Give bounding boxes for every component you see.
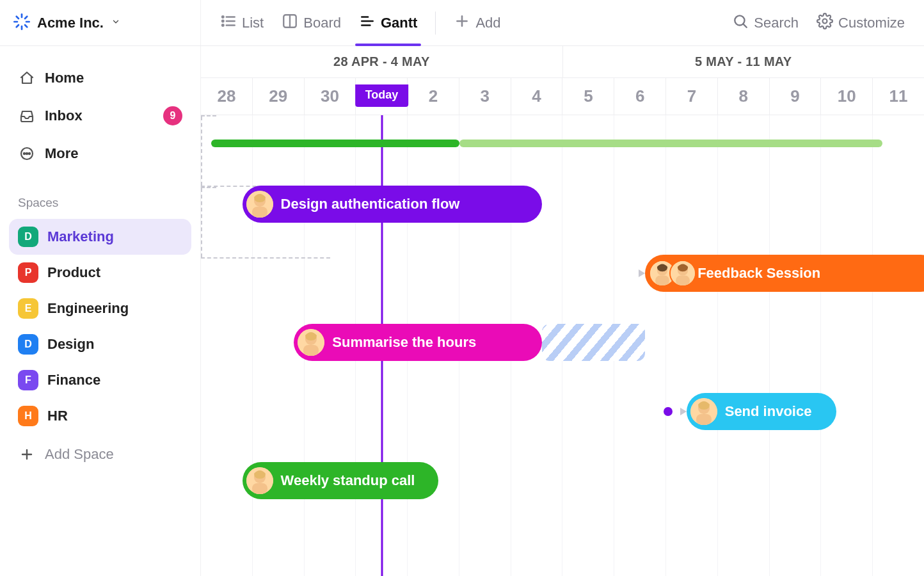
- svg-rect-35: [655, 276, 669, 285]
- home-icon: [18, 69, 36, 87]
- day-cell: 9: [770, 78, 822, 115]
- dependency-line: [201, 187, 216, 188]
- day-cell: 30: [305, 78, 356, 115]
- task-label: Design authentication flow: [281, 196, 460, 212]
- sidebar-space-hr[interactable]: HHR: [9, 398, 191, 434]
- chevron-down-icon: [111, 17, 120, 28]
- avatar: [246, 467, 273, 494]
- svg-point-10: [222, 24, 224, 26]
- arrow-icon: [680, 408, 687, 415]
- add-view-label: Add: [475, 15, 500, 31]
- sidebar-item-inbox[interactable]: Inbox 9: [9, 99, 191, 133]
- customize-button[interactable]: Customize: [816, 13, 905, 33]
- today-pill: Today: [355, 84, 409, 107]
- task-bar-invoice[interactable]: Send invoice: [687, 393, 836, 430]
- sidebar-item-more[interactable]: More: [9, 137, 191, 170]
- tab-gantt[interactable]: Gantt: [359, 0, 417, 45]
- day-cell: 4: [511, 78, 563, 115]
- dependency-line: [201, 115, 216, 116]
- sidebar-space-marketing[interactable]: DMarketing: [9, 219, 191, 255]
- svg-point-9: [222, 20, 224, 22]
- search-icon: [732, 13, 749, 33]
- day-cell: 5: [562, 78, 614, 115]
- sidebar-item-label: Design: [47, 336, 94, 353]
- task-buffer[interactable]: [542, 324, 645, 361]
- svg-point-25: [24, 153, 25, 154]
- gear-icon: [816, 13, 833, 33]
- sidebar: Home Inbox 9 More Spaces DMarketingPProd…: [0, 46, 201, 576]
- svg-point-8: [222, 16, 224, 18]
- gantt-chart: Today Design authentication flowFeedback…: [201, 115, 924, 576]
- sidebar-item-label: Engineering: [47, 300, 129, 317]
- gantt-area[interactable]: 28 APR - 4 MAY 5 MAY - 11 MAY 2829301234…: [201, 46, 924, 576]
- search-button[interactable]: Search: [732, 13, 799, 33]
- add-space-button[interactable]: Add Space: [9, 438, 191, 471]
- sidebar-item-label: Inbox: [45, 108, 83, 124]
- week-label: 5 MAY - 11 MAY: [563, 46, 925, 78]
- task-label: Feedback Session: [697, 265, 820, 282]
- workspace-name: Acme Inc.: [37, 15, 104, 31]
- space-initial-icon: F: [18, 370, 38, 390]
- svg-rect-32: [252, 207, 267, 218]
- sidebar-item-label: Marketing: [47, 228, 114, 245]
- ellipsis-icon: [18, 145, 36, 163]
- dependency-line: [201, 257, 330, 259]
- svg-rect-41: [303, 345, 319, 356]
- inbox-icon: [18, 107, 36, 125]
- space-initial-icon: D: [18, 334, 38, 355]
- sidebar-space-engineering[interactable]: EEngineering: [9, 291, 191, 326]
- svg-line-4: [17, 16, 19, 18]
- milestone-dot[interactable]: [664, 407, 673, 416]
- day-cell: 10: [821, 78, 873, 115]
- svg-line-7: [25, 16, 27, 18]
- task-bar-auth[interactable]: Design authentication flow: [243, 186, 542, 223]
- week-label: 28 APR - 4 MAY: [201, 46, 563, 78]
- task-label: Summarise the hours: [332, 334, 476, 351]
- day-cell: 3: [459, 78, 511, 115]
- gantt-icon: [359, 13, 376, 33]
- tab-board-label: Board: [303, 15, 341, 31]
- sidebar-space-finance[interactable]: FFinance: [9, 362, 191, 398]
- day-cell: 28: [201, 78, 253, 115]
- svg-rect-38: [676, 276, 690, 285]
- sidebar-space-design[interactable]: DDesign: [9, 326, 191, 362]
- workspace-switcher[interactable]: Acme Inc.: [0, 0, 201, 45]
- tab-board[interactable]: Board: [282, 0, 341, 45]
- svg-rect-47: [252, 483, 267, 494]
- search-label: Search: [754, 15, 799, 31]
- day-cell: 11: [873, 78, 924, 115]
- task-bar-hours[interactable]: Summarise the hours: [294, 324, 541, 361]
- sidebar-item-label: Home: [45, 70, 84, 86]
- day-header: 2829301234567891011: [201, 78, 924, 115]
- avatar: [298, 329, 324, 356]
- tab-gantt-label: Gantt: [381, 15, 417, 31]
- svg-rect-44: [696, 414, 712, 425]
- avatar: [246, 191, 273, 218]
- space-initial-icon: H: [18, 406, 38, 426]
- sidebar-item-home[interactable]: Home: [9, 61, 191, 95]
- day-cell: 29: [253, 78, 305, 115]
- sidebar-item-label: More: [45, 145, 79, 162]
- arrow-icon: [639, 269, 645, 277]
- plus-icon: [18, 445, 36, 463]
- progress-bar: [211, 140, 459, 147]
- topbar: Acme Inc. List Board Gantt Add: [0, 0, 924, 46]
- sidebar-item-label: Finance: [47, 372, 100, 388]
- list-icon: [220, 13, 237, 33]
- space-initial-icon: P: [18, 262, 38, 283]
- tab-list[interactable]: List: [220, 0, 264, 45]
- svg-line-22: [744, 24, 747, 27]
- divider: [435, 12, 436, 35]
- day-cell: 7: [666, 78, 718, 115]
- task-bar-standup[interactable]: Weekly standup call: [243, 462, 439, 499]
- spaces-section-label: Spaces: [9, 192, 191, 215]
- task-bar-feedback[interactable]: Feedback Session: [645, 255, 924, 292]
- task-label: Weekly standup call: [281, 472, 415, 489]
- week-header: 28 APR - 4 MAY 5 MAY - 11 MAY: [201, 46, 924, 78]
- sidebar-item-label: Product: [47, 264, 100, 281]
- sidebar-space-product[interactable]: PProduct: [9, 255, 191, 291]
- add-view-button[interactable]: Add: [454, 0, 500, 45]
- view-tabs: List Board Gantt Add: [201, 0, 520, 45]
- board-icon: [282, 13, 298, 33]
- header-actions: Search Customize: [732, 13, 924, 33]
